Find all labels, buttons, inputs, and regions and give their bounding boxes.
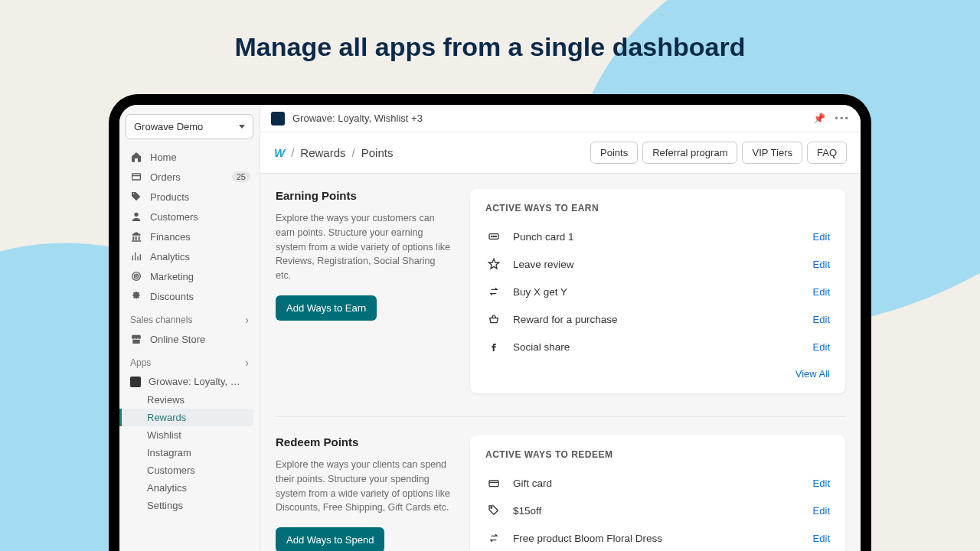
svg-point-4 <box>136 276 136 276</box>
nav-label: Discounts <box>150 291 194 302</box>
swap-icon <box>485 285 502 298</box>
breadcrumb-rewards[interactable]: Rewards <box>300 146 345 159</box>
breadcrumb-sep: / <box>291 146 294 159</box>
device-frame: Growave Demo Home Orders 25 Products Cus… <box>109 94 871 551</box>
svg-point-7 <box>493 236 494 236</box>
store-name: Growave Demo <box>134 121 203 132</box>
row-label: Social share <box>513 341 813 353</box>
page-header: W / Rewards / Points Points Referral pro… <box>260 132 861 174</box>
tag-icon <box>130 191 142 203</box>
section-description: Explore the ways your customers can earn… <box>276 211 452 283</box>
nav-analytics[interactable]: Analytics <box>126 246 253 266</box>
section-apps[interactable]: Apps › <box>126 349 253 372</box>
nav-discounts[interactable]: Discounts <box>126 286 253 306</box>
redeem-row: $15off Edit <box>485 497 830 524</box>
view-all-link[interactable]: View All <box>485 360 830 380</box>
bank-icon <box>130 230 142 243</box>
nav-label: Online Store <box>150 334 205 345</box>
nav-finances[interactable]: Finances <box>126 227 253 246</box>
edit-link[interactable]: Edit <box>813 505 830 517</box>
earn-row: Leave review Edit <box>485 250 830 278</box>
nav-label: Customers <box>150 211 198 223</box>
svg-rect-0 <box>132 174 141 180</box>
earn-card-title: ACTIVE WAYS TO EARN <box>485 203 830 214</box>
section-earning: Earning Points Explore the ways your cus… <box>276 189 845 417</box>
tab-points[interactable]: Points <box>590 142 638 164</box>
row-label: Free product Bloom Floral Dress <box>513 533 813 544</box>
nav-app-growave[interactable]: Growave: Loyalty, Wishlis... <box>126 372 253 391</box>
nav-products[interactable]: Products <box>126 187 253 207</box>
breadcrumb: W / Rewards / Points <box>274 146 393 159</box>
nav-label: Home <box>150 152 177 163</box>
svg-point-8 <box>495 236 496 236</box>
section-description: Explore the ways your clients can spend … <box>276 458 452 515</box>
topbar: Growave: Loyalty, Wishlist +3 📌 ••• <box>260 105 861 132</box>
sidebar: Growave Demo Home Orders 25 Products Cus… <box>119 105 260 551</box>
section-label: Sales channels <box>130 315 192 325</box>
edit-link[interactable]: Edit <box>813 231 830 243</box>
redeem-row: Free product Bloom Floral Dress Edit <box>485 524 830 551</box>
pin-icon[interactable]: 📌 <box>813 112 825 124</box>
tab-group: Points Referral program VIP Tiers FAQ <box>590 142 847 164</box>
tab-referral[interactable]: Referral program <box>642 142 737 164</box>
edit-link[interactable]: Edit <box>813 286 830 298</box>
tab-vip[interactable]: VIP Tiers <box>742 142 802 164</box>
subnav-settings[interactable]: Settings <box>126 497 253 514</box>
add-ways-to-spend-button[interactable]: Add Ways to Spend <box>276 527 384 551</box>
content-scroll[interactable]: Earning Points Explore the ways your cus… <box>260 174 861 551</box>
person-icon <box>130 210 142 223</box>
breadcrumb-logo-icon[interactable]: W <box>274 146 285 159</box>
row-label: Leave review <box>513 259 813 270</box>
gift-card-icon <box>485 477 502 489</box>
section-sales-channels[interactable]: Sales channels › <box>126 306 253 329</box>
breadcrumb-sep: / <box>352 146 355 159</box>
nav-home[interactable]: Home <box>126 147 253 167</box>
section-label: Apps <box>130 357 151 368</box>
row-label: Gift card <box>513 478 813 489</box>
earn-row: Punch card 1 Edit <box>485 223 830 250</box>
edit-link[interactable]: Edit <box>813 533 830 544</box>
nav-customers[interactable]: Customers <box>126 207 253 227</box>
subnav-instagram[interactable]: Instagram <box>126 444 253 461</box>
hero-title: Manage all apps from a single dashboard <box>0 32 980 62</box>
orders-icon <box>130 171 142 183</box>
nav-online-store[interactable]: Online Store <box>126 329 253 349</box>
nav-marketing[interactable]: Marketing <box>126 266 253 286</box>
app-icon <box>130 377 141 387</box>
earn-row: Buy X get Y Edit <box>485 278 830 305</box>
star-icon <box>485 258 502 270</box>
hero: Manage all apps from a single dashboard <box>0 0 980 62</box>
redeem-card: ACTIVE WAYS TO REDEEM Gift card Edit $15… <box>470 435 845 551</box>
edit-link[interactable]: Edit <box>813 314 830 325</box>
svg-point-10 <box>491 507 492 508</box>
row-label: $15off <box>513 505 813 517</box>
subnav-customers[interactable]: Customers <box>126 461 253 479</box>
chevron-right-icon: › <box>245 357 249 369</box>
subnav-analytics[interactable]: Analytics <box>126 479 253 497</box>
breadcrumb-points: Points <box>361 146 394 159</box>
store-selector[interactable]: Growave Demo <box>126 114 253 139</box>
price-tag-icon <box>485 504 502 517</box>
nav-orders[interactable]: Orders 25 <box>126 167 253 187</box>
subnav-rewards[interactable]: Rewards <box>119 409 253 426</box>
add-ways-to-earn-button[interactable]: Add Ways to Earn <box>276 295 377 321</box>
edit-link[interactable]: Edit <box>813 478 830 489</box>
product-icon <box>485 532 502 544</box>
nav-label: Products <box>150 191 189 203</box>
chevron-down-icon <box>239 125 245 129</box>
nav-label: Marketing <box>150 271 194 282</box>
edit-link[interactable]: Edit <box>813 341 830 353</box>
tab-faq[interactable]: FAQ <box>807 142 847 164</box>
section-redeem: Redeem Points Explore the ways your clie… <box>276 435 845 551</box>
punch-card-icon <box>485 230 502 243</box>
nav-label: Finances <box>150 231 191 243</box>
subnav-reviews[interactable]: Reviews <box>126 391 253 409</box>
earn-row: Reward for a purchase Edit <box>485 305 830 333</box>
edit-link[interactable]: Edit <box>813 259 830 270</box>
chart-icon <box>130 250 142 262</box>
basket-icon <box>485 313 502 325</box>
chevron-right-icon: › <box>245 314 249 326</box>
subnav-wishlist[interactable]: Wishlist <box>126 426 253 444</box>
nav-label: Orders <box>150 171 181 183</box>
more-icon[interactable]: ••• <box>835 112 850 124</box>
